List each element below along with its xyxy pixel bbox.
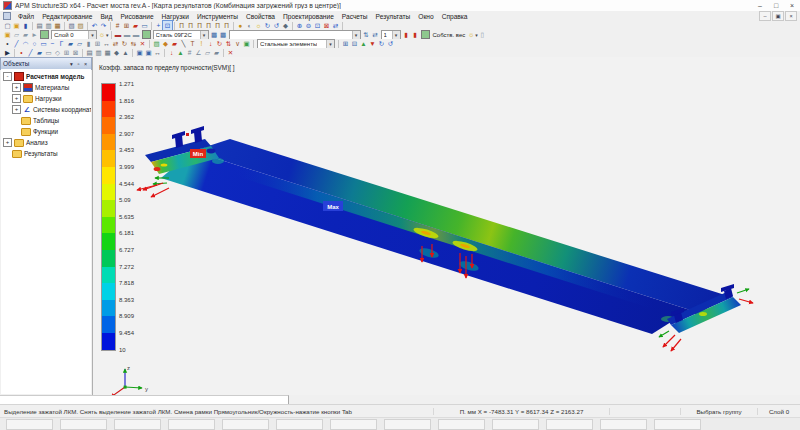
view-persp-icon[interactable]: ▲ <box>121 48 130 57</box>
taskbar-button[interactable] <box>492 419 539 430</box>
select-all-icon[interactable]: ⊞ <box>62 48 71 57</box>
layer-combo[interactable]: Слой 0▾ <box>51 30 97 40</box>
calc-plus-icon[interactable]: ⊞ <box>341 39 350 48</box>
menu-item-Результаты[interactable]: Результаты <box>372 13 415 20</box>
select-group-button[interactable]: Выбрать группу <box>680 408 758 415</box>
expand-icon[interactable]: + <box>3 138 12 147</box>
chevron-down-icon[interactable]: ▾ <box>106 32 109 38</box>
chevron-down-icon[interactable]: ▾ <box>352 31 360 39</box>
info-node-icon[interactable]: ▣ <box>135 48 144 57</box>
current-layer-indicator[interactable]: Слой 0 <box>758 408 800 415</box>
layer-arrow-icon[interactable]: ► <box>30 30 39 39</box>
select-plate-icon[interactable]: ▰ <box>35 48 44 57</box>
weld-icon[interactable]: v <box>233 39 242 48</box>
shaded-icon[interactable]: ▰ <box>212 48 221 57</box>
wireframe-icon[interactable]: ▱ <box>203 48 212 57</box>
material-edit-icon[interactable]: ▬ <box>123 30 132 39</box>
model-viewport[interactable]: Min Max z y x Коэфф. запаса по пределу п… <box>93 57 800 395</box>
expand-icon[interactable]: + <box>12 105 21 114</box>
tree-item[interactable]: -Расчетная модель <box>1 71 91 82</box>
layer-move-icon[interactable]: ▰ <box>21 30 30 39</box>
collapse-icon[interactable]: - <box>3 72 12 81</box>
close-panel-icon[interactable]: × <box>82 61 89 67</box>
show-loads-icon[interactable]: ↓ <box>167 48 176 57</box>
menu-item-Расчеты[interactable]: Расчеты <box>338 13 372 20</box>
show-local-axes-icon[interactable]: ∠ <box>194 48 203 57</box>
move-icon[interactable]: ⇄ <box>111 39 120 48</box>
chevron-down-icon[interactable]: ▾ <box>326 40 334 48</box>
selfweight-lamp-icon[interactable]: ☼▾ <box>467 31 478 38</box>
dock-menu-icon[interactable]: ▾ <box>68 61 75 67</box>
bolt-icon[interactable]: ! <box>197 39 206 48</box>
select-rect-icon[interactable]: ▭ <box>44 48 53 57</box>
tree-item[interactable]: Функции <box>1 126 91 137</box>
filter-up-icon[interactable]: ⇅ <box>362 30 371 39</box>
menu-item-Вид[interactable]: Вид <box>96 13 116 20</box>
tree-item[interactable]: +Нагрузки <box>1 93 91 104</box>
check-steel-icon[interactable]: ▣ <box>242 39 251 48</box>
fill-icon[interactable]: ◆ <box>161 39 170 48</box>
material-book-icon[interactable]: ▬ <box>114 30 123 39</box>
taskbar-button[interactable] <box>6 419 53 430</box>
mdi-restore-button[interactable]: ▣ <box>772 11 784 21</box>
filter-down-icon[interactable]: ⇄ <box>371 30 380 39</box>
chevron-down-icon[interactable]: ▾ <box>200 31 208 39</box>
material-assign-icon[interactable]: ▬ <box>132 30 141 39</box>
redo-icon[interactable]: ↷ <box>99 21 108 30</box>
show-supports-icon[interactable]: ▲ <box>176 48 185 57</box>
maximize-button[interactable]: □ <box>768 0 784 11</box>
select-element-icon[interactable]: ╱ <box>26 48 35 57</box>
taskbar-button[interactable] <box>546 419 593 430</box>
menu-item-Свойства[interactable]: Свойства <box>242 13 279 20</box>
draw-solid-icon[interactable]: ▮ <box>84 39 93 48</box>
show-numbers-icon[interactable]: # <box>185 48 194 57</box>
menu-item-Проектирование[interactable]: Проектирование <box>279 13 338 20</box>
open-layer-icon[interactable]: ▣ <box>3 30 12 39</box>
result-down-icon[interactable]: ▼ <box>368 39 377 48</box>
paint-map-icon[interactable]: ▨ <box>152 39 161 48</box>
result-up-icon[interactable]: ▲ <box>359 39 368 48</box>
tree-item[interactable]: +∠Системы координат <box>1 104 91 115</box>
load-combination-icon[interactable]: ▮ <box>411 30 420 39</box>
material-combo-checkbox[interactable] <box>142 30 151 39</box>
pen-icon[interactable]: ╲ <box>179 39 188 48</box>
draw-surface-icon[interactable]: ▱ <box>75 39 84 48</box>
delete-icon[interactable]: ✕ <box>138 39 147 48</box>
dimension-icon[interactable]: ↔ <box>102 39 111 48</box>
draw-plate-icon[interactable]: ▰ <box>66 39 75 48</box>
tree-item[interactable]: +Анализ <box>1 137 91 148</box>
select-pointer-icon[interactable]: ▶ <box>3 48 12 57</box>
draw-line-icon[interactable]: ╱ <box>12 39 21 48</box>
view-front-icon[interactable]: ▤ <box>85 48 94 57</box>
load-pressure-icon[interactable]: ⇅ <box>224 39 233 48</box>
view-top-icon[interactable]: ▥ <box>94 48 103 57</box>
new-file-icon[interactable]: ▢ <box>3 21 12 30</box>
menu-item-Справка[interactable]: Справка <box>438 13 472 20</box>
menu-item-Нагрузки[interactable]: Нагрузки <box>158 13 193 20</box>
section-icon[interactable]: ▩ <box>210 30 219 39</box>
load-icon[interactable]: ▮ <box>402 30 411 39</box>
hammer-icon[interactable]: Т <box>188 39 197 48</box>
draw-rect-icon[interactable]: ▭ <box>39 39 48 48</box>
chevron-down-icon[interactable]: ▾ <box>88 31 96 39</box>
mirror-icon[interactable]: ⇆ <box>129 39 138 48</box>
refresh-icon[interactable]: ↻ <box>377 39 386 48</box>
model-3d-view[interactable]: Min Max z y x <box>93 57 800 395</box>
flag-icon[interactable]: ▰ <box>170 39 179 48</box>
taskbar-button[interactable] <box>438 419 485 430</box>
draw-node-icon[interactable]: • <box>3 39 12 48</box>
draw-spline-icon[interactable]: ~ <box>48 39 57 48</box>
save-icon[interactable]: ▮ <box>21 21 30 30</box>
steel-elements-combo[interactable]: Стальные элементы▾ <box>257 39 335 49</box>
load-moment-icon[interactable]: ↻ <box>215 39 224 48</box>
autohide-pin-icon[interactable]: ▫ <box>75 61 82 67</box>
print-icon[interactable]: ▤ <box>35 21 44 30</box>
menu-item-Редактирование[interactable]: Редактирование <box>38 13 96 20</box>
chevron-down-icon[interactable]: ▾ <box>392 31 400 39</box>
view-side-icon[interactable]: ▦ <box>103 48 112 57</box>
measure-icon[interactable]: ↔ <box>153 48 162 57</box>
menu-item-Инструменты[interactable]: Инструменты <box>193 13 242 20</box>
beam-view-5-icon[interactable]: П <box>213 21 222 30</box>
selfweight-checkbox[interactable] <box>421 30 430 39</box>
select-node-icon[interactable]: • <box>17 48 26 57</box>
